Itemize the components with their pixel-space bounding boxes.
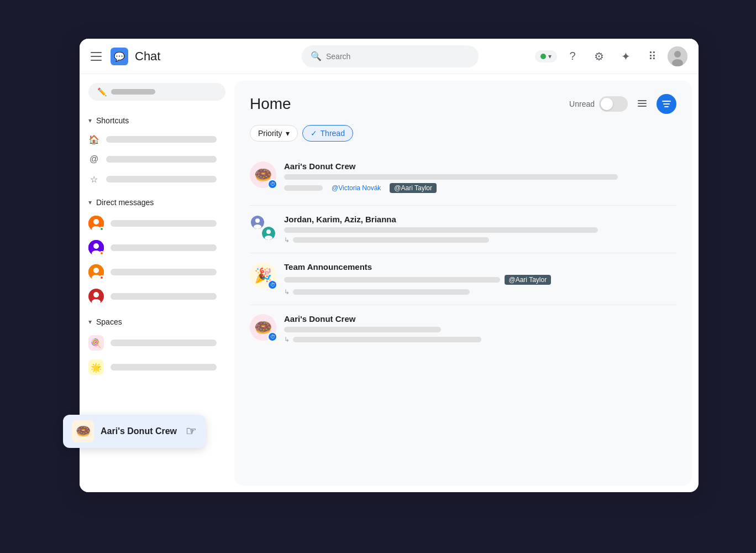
chat-name-1: Aari's Donut Crew	[284, 161, 676, 171]
spaces-header[interactable]: ▾ Spaces	[80, 313, 234, 331]
topbar-right: ▾ ? ⚙ ✦ ⠿	[535, 45, 687, 67]
chat-avatar-wrap-1: 🍩 ⏱	[250, 161, 276, 188]
list-view-button[interactable]	[632, 94, 652, 114]
mentions-icon: @	[88, 154, 99, 165]
chevron-down-icon: ▾	[548, 53, 552, 60]
content-header: Home Unread	[250, 94, 676, 114]
unread-label: Unread	[569, 100, 595, 108]
dm-label: Direct messages	[96, 198, 154, 207]
dm-status-1	[99, 227, 104, 231]
spaces-label: Spaces	[96, 317, 122, 326]
dm-avatar-4	[88, 289, 104, 304]
chat-body-1: Aari's Donut Crew @Victoria Novák @Aari …	[284, 161, 676, 196]
dm-header[interactable]: ▾ Direct messages	[80, 194, 234, 211]
settings-button[interactable]: ⚙	[588, 45, 610, 67]
sidebar-section-spaces: ▾ Spaces 🍭 🌟	[80, 311, 234, 382]
topbar-left: 💬 Chat	[91, 48, 245, 65]
menu-icon[interactable]	[91, 50, 104, 63]
svg-point-26	[255, 218, 260, 223]
status-badge[interactable]: ▾	[535, 50, 557, 62]
chat-tag-bar-3	[284, 277, 500, 283]
svg-rect-22	[638, 100, 647, 101]
chat-body-2: Jordan, Karim, Aziz, Brianna ↳	[284, 215, 676, 244]
reply-bar-4	[293, 337, 481, 342]
sidebar-section-dm: ▾ Direct messages	[80, 191, 234, 311]
mention-aari-3: @Aari Taylor	[505, 275, 552, 285]
priority-filter-chip[interactable]: Priority ▾	[250, 125, 298, 142]
dm-avatar-3	[88, 264, 104, 280]
thread-label: Thread	[321, 129, 345, 138]
page-title: Home	[250, 95, 291, 113]
tooltip-space-icon: 🍩	[72, 420, 94, 442]
space-label-bar-1	[111, 340, 217, 346]
svg-point-17	[93, 268, 99, 273]
header-actions: Unread	[569, 94, 676, 114]
chat-item-4[interactable]: 🍩 ⏱ Aari's Donut Crew ↳	[250, 305, 676, 352]
dm-avatar-2	[88, 240, 104, 255]
svg-point-14	[93, 243, 99, 249]
sidebar-space-item-2[interactable]: 🌟	[80, 355, 225, 379]
sidebar-space-item-1[interactable]: 🍭	[80, 331, 225, 355]
priority-label: Priority	[258, 129, 282, 138]
sidebar-item-home[interactable]: 🏠	[80, 129, 225, 149]
sidebar-item-starred[interactable]: ☆	[80, 169, 225, 189]
ai-button[interactable]: ✦	[615, 45, 637, 67]
dm-label-bar-1	[111, 220, 217, 227]
app-title: Chat	[135, 49, 160, 64]
starred-icon: ☆	[88, 174, 99, 185]
sidebar-dm-item-2[interactable]	[80, 236, 225, 260]
thread-badge-3: ⏱	[267, 280, 277, 290]
sidebar-dm-item-3[interactable]	[80, 260, 225, 284]
dm-chevron-icon: ▾	[88, 199, 92, 206]
unread-toggle[interactable]	[599, 96, 628, 112]
shortcuts-label: Shortcuts	[96, 116, 129, 125]
spaces-chevron-icon: ▾	[88, 318, 92, 326]
home-label-bar	[106, 136, 217, 143]
search-bar[interactable]: 🔍	[302, 45, 479, 67]
chat-name-3: Team Announcements	[284, 262, 676, 272]
new-chat-label-bar	[111, 89, 155, 95]
new-chat-button[interactable]: ✏️	[88, 83, 225, 101]
chat-avatar-wrap-3: 🎉 ⏱	[250, 262, 276, 289]
group-avatar-2	[250, 215, 276, 241]
dm-label-bar-4	[111, 293, 217, 300]
sidebar-dm-item-4[interactable]	[80, 284, 225, 309]
mention-aari-1: @Aari Taylor	[390, 183, 437, 193]
chat-body-4: Aari's Donut Crew ↳	[284, 314, 676, 343]
chat-name-2: Jordan, Karim, Aziz, Brianna	[284, 215, 676, 224]
help-button[interactable]: ?	[561, 45, 584, 67]
filter-bar: Priority ▾ ✓ Thread	[250, 125, 676, 142]
chat-item-3[interactable]: 🎉 ⏱ Team Announcements @Aari Taylor ↳	[250, 253, 676, 305]
shortcuts-header[interactable]: ▾ Shortcuts	[80, 112, 234, 129]
topbar-center: 🔍	[245, 45, 535, 67]
priority-chevron-icon: ▾	[286, 129, 290, 138]
home-icon: 🏠	[88, 134, 99, 145]
reply-arrow-2: ↳	[284, 236, 290, 244]
chat-tag-bar-1a	[284, 185, 323, 191]
chat-item-1[interactable]: 🍩 ⏱ Aari's Donut Crew @Victoria Novák @A…	[250, 153, 676, 206]
sidebar-section-shortcuts: ▾ Shortcuts 🏠 @ ☆	[80, 109, 234, 191]
sidebar-item-mentions[interactable]: @	[80, 149, 225, 169]
thread-badge-4: ⏱	[267, 332, 277, 342]
sidebar-dm-item-1[interactable]	[80, 211, 225, 236]
chat-line-2a	[284, 227, 598, 233]
thread-check-icon: ✓	[311, 129, 317, 138]
chat-avatar-wrap-2	[250, 215, 276, 241]
svg-point-8	[674, 51, 681, 58]
main-content: Home Unread Priority	[234, 81, 692, 486]
reply-line-2: ↳	[284, 236, 676, 244]
thread-filter-chip[interactable]: ✓ Thread	[302, 125, 353, 142]
svg-point-27	[254, 225, 261, 229]
apps-button[interactable]: ⠿	[641, 45, 663, 67]
space-label-bar-2	[111, 364, 217, 371]
reply-line-3: ↳	[284, 288, 676, 296]
svg-rect-24	[638, 106, 647, 107]
user-avatar[interactable]	[668, 46, 687, 66]
search-input[interactable]	[326, 52, 470, 61]
svg-point-11	[93, 219, 99, 225]
dm-label-bar-3	[111, 269, 217, 275]
filter-active-button[interactable]	[657, 94, 676, 114]
active-space-tooltip[interactable]: 🍩 Aari's Donut Crew ☞	[63, 415, 206, 448]
dm-avatar-1	[88, 216, 104, 231]
chat-item-2[interactable]: Jordan, Karim, Aziz, Brianna ↳	[250, 206, 676, 253]
